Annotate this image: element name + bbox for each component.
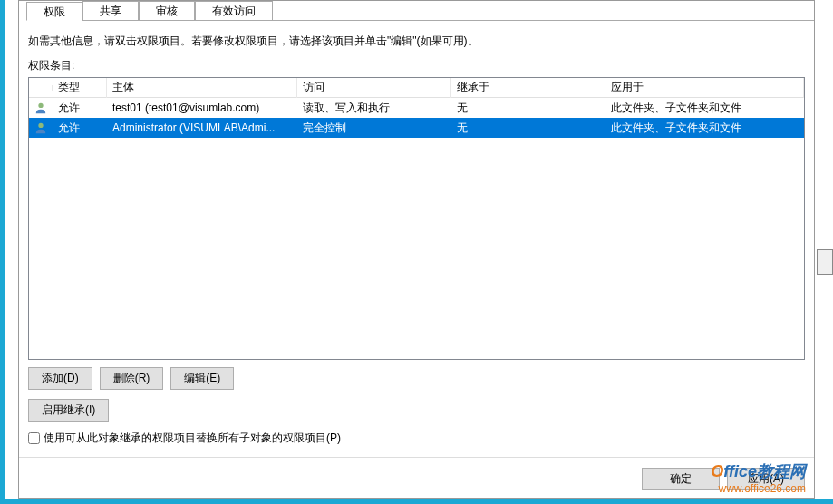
security-dialog: 权限 共享 审核 有效访问 如需其他信息，请双击权限项目。若要修改权限项目，请选… [18,0,815,499]
cell-access: 完全控制 [297,118,451,139]
apply-button[interactable]: 应用(A) [727,468,805,490]
column-access[interactable]: 访问 [297,77,451,98]
tab-audit[interactable]: 审核 [139,1,195,20]
svg-point-1 [38,123,43,128]
permission-entries-list[interactable]: 类型 主体 访问 继承于 应用于 允许 test01 (test01@visum… [28,77,805,360]
tab-permissions[interactable]: 权限 [26,2,82,21]
cell-type: 允许 [53,118,107,139]
instruction-text: 如需其他信息，请双击权限项目。若要修改权限项目，请选择该项目并单击"编辑"(如果… [28,34,805,49]
tab-bar: 权限 共享 审核 有效访问 [26,1,814,21]
cell-inherit: 无 [451,98,605,119]
replace-child-permissions-checkbox[interactable] [28,432,40,444]
column-principal[interactable]: 主体 [107,77,297,98]
user-icon [34,121,47,134]
svg-point-0 [38,103,43,108]
edit-button[interactable]: 编辑(E) [170,367,234,390]
cell-principal: Administrator (VISUMLAB\Admi... [107,119,297,137]
cell-applies: 此文件夹、子文件夹和文件 [605,118,804,139]
column-type[interactable]: 类型 [53,77,107,98]
cell-principal: test01 (test01@visumlab.com) [107,99,297,117]
background-window-fragment [817,249,833,275]
column-inherited-from[interactable]: 继承于 [451,77,605,98]
list-row[interactable]: 允许 test01 (test01@visumlab.com) 读取、写入和执行… [29,98,804,118]
cell-access: 读取、写入和执行 [297,98,451,119]
remove-button[interactable]: 删除(R) [100,367,164,390]
user-icon [34,102,47,114]
tab-effective-access[interactable]: 有效访问 [195,1,273,20]
cell-inherit: 无 [451,118,605,139]
enable-inheritance-button[interactable]: 启用继承(I) [28,399,109,422]
list-header: 类型 主体 访问 继承于 应用于 [29,78,804,98]
column-applies-to[interactable]: 应用于 [605,77,804,98]
separator [19,457,814,458]
tab-share[interactable]: 共享 [82,1,139,20]
ok-button[interactable]: 确定 [642,468,720,490]
permission-entries-label: 权限条目: [28,58,805,73]
cell-applies: 此文件夹、子文件夹和文件 [605,98,804,119]
cell-type: 允许 [53,98,107,119]
add-button[interactable]: 添加(D) [28,367,92,390]
list-row[interactable]: 允许 Administrator (VISUMLAB\Admi... 完全控制 … [29,118,804,138]
replace-child-permissions-label: 使用可从此对象继承的权限项目替换所有子对象的权限项目(P) [44,431,341,446]
